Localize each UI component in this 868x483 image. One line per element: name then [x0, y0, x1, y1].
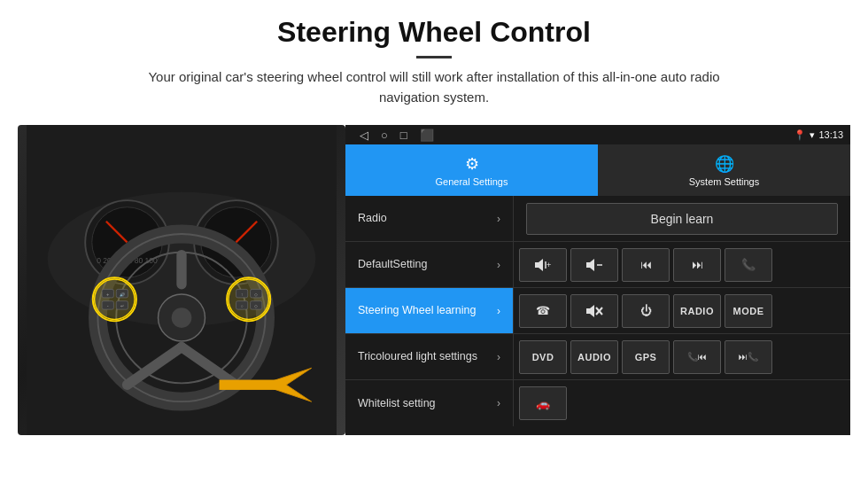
title-divider [416, 56, 452, 58]
menu-label-tricolour: Tricoloured light settings [358, 349, 477, 363]
svg-text:○: ○ [241, 304, 244, 308]
menu-content-default: + ⏮ ⏭ 📞 [514, 242, 850, 287]
globe-icon: 🌐 [715, 154, 734, 174]
chevron-icon: › [497, 213, 500, 225]
chevron-icon: › [497, 305, 500, 317]
menu-row-steering: Steering Wheel learning › ☎ ⏻ RADIO MODE [345, 288, 850, 334]
menu-item-whitelist[interactable]: Whitelist setting › [345, 380, 514, 426]
clock: 13:13 [818, 129, 843, 140]
chevron-icon: › [497, 259, 500, 271]
location-icon: 📍 [794, 129, 806, 141]
back-icon: ◁ [360, 129, 368, 142]
svg-point-27 [227, 277, 270, 321]
audio-button[interactable]: AUDIO [570, 340, 618, 374]
svg-point-17 [93, 277, 136, 321]
call-button[interactable]: 📞 [725, 248, 772, 282]
tab-system-label: System Settings [689, 176, 759, 187]
page-title: Steering Wheel Control [18, 16, 850, 49]
svg-text:-: - [107, 303, 109, 308]
mute-button[interactable] [570, 294, 618, 328]
tab-general-label: General Settings [436, 176, 508, 187]
menu-content-steering: ☎ ⏻ RADIO MODE [514, 288, 850, 333]
radio-button[interactable]: RADIO [673, 294, 721, 328]
steering-wheel-image: 0 20 40 60 80 100 [18, 125, 345, 435]
status-bar: ◁ ○ □ ⬛ 📍 ▾ 13:13 [345, 125, 850, 144]
menu-row-radio: Radio › Begin learn [345, 196, 850, 242]
chevron-icon: › [497, 351, 500, 363]
menu-item-tricolour[interactable]: Tricoloured light settings › [345, 334, 514, 379]
chevron-icon: › [497, 397, 500, 409]
android-panel: ◁ ○ □ ⬛ 📍 ▾ 13:13 ⚙ General Settings 🌐 S… [345, 125, 850, 435]
menu-item-radio[interactable]: Radio › [345, 196, 514, 241]
main-content: 0 20 40 60 80 100 [0, 116, 868, 444]
tab-system[interactable]: 🌐 System Settings [598, 144, 850, 196]
menu-row-whitelist: Whitelist setting › 🚗 [345, 380, 850, 426]
menu-list: Radio › Begin learn DefaultSetting › + [345, 196, 850, 435]
menu-content-radio: Begin learn [514, 196, 850, 241]
begin-learn-button[interactable]: Begin learn [526, 203, 838, 235]
menu-label-whitelist: Whitelist setting [358, 396, 436, 410]
status-icons: 📍 ▾ 13:13 [794, 129, 843, 141]
svg-text:◇: ◇ [254, 304, 258, 308]
dvd-button[interactable]: DVD [519, 340, 567, 374]
svg-text:↵: ↵ [120, 304, 124, 308]
svg-marker-44 [586, 305, 594, 317]
gear-icon: ⚙ [465, 154, 479, 174]
car-icon-button[interactable]: 🚗 [519, 386, 567, 420]
recents-icon: □ [400, 129, 407, 142]
svg-text:◇: ◇ [254, 292, 258, 297]
svg-point-16 [172, 308, 192, 328]
next-track-button[interactable]: ⏭ [673, 248, 721, 282]
menu-label-radio: Radio [358, 211, 387, 225]
svg-rect-38 [220, 380, 287, 390]
menu-row-default: DefaultSetting › + ⏮ ⏭ 📞 [345, 242, 850, 288]
gps-button[interactable]: GPS [622, 340, 670, 374]
page-description: Your original car's steering wheel contr… [133, 67, 735, 107]
nav-icons: ◁ ○ □ ⬛ [353, 129, 434, 142]
svg-marker-42 [586, 259, 594, 271]
screenshot-icon: ⬛ [420, 129, 434, 142]
tab-general[interactable]: ⚙ General Settings [345, 144, 598, 196]
page-header: Steering Wheel Control Your original car… [0, 0, 868, 116]
wifi-icon: ▾ [810, 129, 815, 141]
call-prev-button[interactable]: 📞⏮ [673, 340, 721, 374]
prev-track-button[interactable]: ⏮ [622, 248, 670, 282]
svg-text:🔊: 🔊 [120, 292, 125, 298]
menu-item-steering[interactable]: Steering Wheel learning › [345, 288, 514, 333]
menu-content-tricolour: DVD AUDIO GPS 📞⏮ ⏭📞 [514, 334, 850, 379]
menu-content-whitelist: 🚗 [514, 380, 850, 426]
tab-bar: ⚙ General Settings 🌐 System Settings [345, 144, 850, 196]
power-button[interactable]: ⏻ [622, 294, 670, 328]
menu-label-steering: Steering Wheel learning [358, 303, 476, 317]
call-next-button[interactable]: ⏭📞 [725, 340, 772, 374]
answer-call-button[interactable]: ☎ [519, 294, 567, 328]
vol-up-button[interactable]: + [519, 248, 567, 282]
svg-marker-39 [535, 259, 543, 271]
home-icon: ○ [381, 129, 388, 142]
menu-item-default[interactable]: DefaultSetting › [345, 242, 514, 287]
svg-text:↑: ↑ [241, 292, 243, 297]
mode-button[interactable]: MODE [725, 294, 772, 328]
vol-down-button[interactable] [570, 248, 618, 282]
menu-row-tricolour: Tricoloured light settings › DVD AUDIO G… [345, 334, 850, 380]
svg-text:+: + [546, 261, 551, 269]
menu-label-default: DefaultSetting [358, 257, 428, 271]
